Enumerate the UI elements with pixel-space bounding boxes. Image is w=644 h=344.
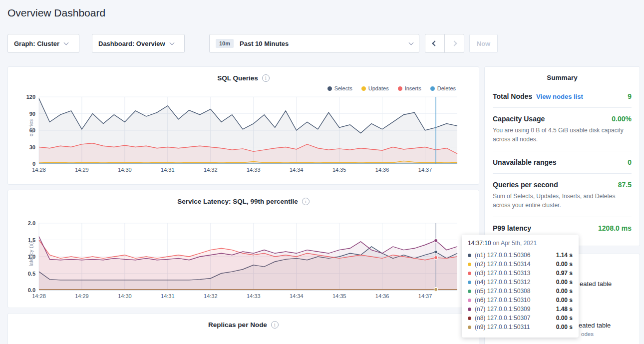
x-tick-label: 14:35 xyxy=(332,167,346,173)
qps-value: 87.5 xyxy=(618,181,632,189)
divider xyxy=(493,173,632,174)
summary-row-p99-latency: P99 latency 1208.0 ms xyxy=(493,224,632,232)
summary-row-capacity: Capacity Usage 0.00% xyxy=(493,115,632,123)
event-item-fragment[interactable]: eated table xyxy=(580,280,612,288)
node-color-dot xyxy=(468,290,471,293)
capacity-value: 0.00% xyxy=(612,115,632,123)
chart-title: SQL Queries xyxy=(217,74,258,82)
x-tick-label: 14:37 xyxy=(418,293,432,299)
summary-title: Summary xyxy=(493,74,632,81)
selects-color-dot xyxy=(327,86,332,91)
info-icon[interactable]: i xyxy=(271,321,279,329)
tooltip-node-list: (n1) 127.0.0.1:503061.14 s(n2) 127.0.0.1… xyxy=(468,251,573,332)
time-nav-group xyxy=(425,34,464,53)
x-tick-label: 14:28 xyxy=(32,293,46,299)
sql-queries-chart[interactable]: 030609012014:2814:2914:3014:3114:3214:33… xyxy=(16,94,460,175)
legend-item-deletes[interactable]: Deletes xyxy=(430,85,456,91)
y-tick-label: 120 xyxy=(26,94,35,100)
x-tick-label: 14:35 xyxy=(332,293,346,299)
x-tick-label: 14:33 xyxy=(247,293,261,299)
toolbar: Graph: Cluster Dashboard: Overview 10m P… xyxy=(7,34,498,53)
legend-item-selects[interactable]: Selects xyxy=(327,85,352,91)
node-color-dot xyxy=(468,299,471,302)
node-color-dot xyxy=(468,272,471,275)
latency-chart[interactable]: 0.00.51.01.52.014:2814:2914:3014:3114:32… xyxy=(16,220,460,301)
node-latency-value: 0.00 s xyxy=(556,315,573,322)
event-item-fragment[interactable]: eated table xyxy=(579,322,611,329)
node-color-dot xyxy=(468,326,471,329)
x-tick-label: 14:31 xyxy=(161,167,175,173)
node-address: (n2) 127.0.0.1:50314 xyxy=(475,261,530,268)
x-tick-label: 14:29 xyxy=(75,167,89,173)
chevron-down-icon xyxy=(409,40,414,45)
dashboard-dropdown[interactable]: Dashboard: Overview xyxy=(92,34,185,53)
chart-title-row: Service Latency: SQL, 99th percentile i xyxy=(16,196,471,206)
divider xyxy=(493,217,632,217)
tooltip-timestamp: 14:37:10 on Apr 5th, 2021 xyxy=(468,240,573,247)
chevron-down-icon xyxy=(169,40,174,45)
x-tick-label: 14:30 xyxy=(118,167,132,173)
chart-hover-tooltip: 14:37:10 on Apr 5th, 2021 (n1) 127.0.0.1… xyxy=(462,235,579,338)
capacity-description: You are using 0 B of 4.5 GiB usable disk… xyxy=(493,126,632,144)
divider xyxy=(493,151,632,151)
legend-label: Selects xyxy=(334,85,352,91)
qps-label: Queries per second xyxy=(493,181,558,189)
x-tick-label: 14:32 xyxy=(204,293,218,299)
node-latency-value: 0.00 s xyxy=(556,288,573,295)
summary-row-total-nodes: Total Nodes View nodes list 9 xyxy=(493,92,632,100)
time-range-label: Past 10 Minutes xyxy=(240,40,289,47)
graph-dropdown[interactable]: Graph: Cluster xyxy=(7,34,79,53)
sql-queries-card: SQL Queries i Selects Updates Inserts xyxy=(7,66,479,185)
p99-latency-label: P99 latency xyxy=(493,224,531,232)
x-tick-label: 14:36 xyxy=(375,293,389,299)
divider xyxy=(493,107,632,108)
now-button[interactable]: Now xyxy=(469,34,498,53)
total-nodes-value: 9 xyxy=(628,92,632,100)
p99-latency-value: 1208.0 ms xyxy=(598,224,632,232)
series-area xyxy=(39,237,457,290)
tooltip-node-row: (n9) 127.0.0.1:503110.00 s xyxy=(468,323,573,332)
time-range-dropdown[interactable]: 10m Past 10 Minutes xyxy=(209,34,419,53)
chevron-down-icon xyxy=(64,40,69,45)
tooltip-node-row: (n5) 127.0.0.1:503080.00 s xyxy=(468,287,573,296)
tooltip-node-row: (n3) 127.0.0.1:503130.97 s xyxy=(468,269,573,278)
node-address: (n6) 127.0.0.1:50310 xyxy=(475,297,530,304)
view-nodes-link[interactable]: View nodes list xyxy=(536,93,583,100)
updates-color-dot xyxy=(361,86,366,91)
chevron-left-icon xyxy=(432,40,437,46)
node-color-dot xyxy=(468,317,471,320)
chart-legend: Selects Updates Inserts Deletes xyxy=(16,83,471,94)
crosshair-dot xyxy=(434,288,438,291)
chart-title: Replicas per Node xyxy=(208,321,267,329)
node-latency-value: 0.00 s xyxy=(556,261,573,268)
legend-label: Deletes xyxy=(437,85,456,91)
x-tick-label: 14:30 xyxy=(118,293,132,299)
tooltip-date: on Apr 5th, 2021 xyxy=(491,240,537,247)
info-icon[interactable]: i xyxy=(262,74,270,82)
chart-title-row: SQL Queries i xyxy=(16,73,471,83)
node-address: (n4) 127.0.0.1:50312 xyxy=(475,279,530,286)
tooltip-node-row: (n4) 127.0.0.1:503120.00 s xyxy=(468,278,573,287)
tooltip-node-row: (n1) 127.0.0.1:503061.14 s xyxy=(468,251,573,260)
deletes-color-dot xyxy=(430,86,435,91)
crosshair-dot xyxy=(434,256,438,260)
info-icon[interactable]: i xyxy=(302,198,310,205)
y-tick-label: 0.0 xyxy=(28,287,35,293)
unavailable-ranges-label: Unavailable ranges xyxy=(493,158,557,166)
graph-dropdown-label: Graph: Cluster xyxy=(14,40,59,47)
node-latency-value: 1.48 s xyxy=(556,306,573,313)
x-tick-label: 14:34 xyxy=(290,167,304,173)
legend-item-updates[interactable]: Updates xyxy=(361,85,389,91)
summary-row-unavailable-ranges: Unavailable ranges 0 xyxy=(493,158,632,166)
node-latency-value: 0.00 s xyxy=(556,297,573,304)
page-title: Overview Dashboard xyxy=(7,7,105,19)
qps-description: Sum of Selects, Updates, Inserts, and De… xyxy=(493,192,632,210)
prev-range-button[interactable] xyxy=(425,34,445,53)
x-tick-label: 14:34 xyxy=(290,293,304,299)
tooltip-node-row: (n7) 127.0.0.1:503091.48 s xyxy=(468,305,573,314)
legend-item-inserts[interactable]: Inserts xyxy=(398,85,421,91)
node-latency-value: 0.00 s xyxy=(556,279,573,286)
service-latency-card: Service Latency: SQL, 99th percentile i … xyxy=(7,190,479,308)
next-range-button[interactable] xyxy=(444,34,464,53)
capacity-label: Capacity Usage xyxy=(493,115,545,123)
